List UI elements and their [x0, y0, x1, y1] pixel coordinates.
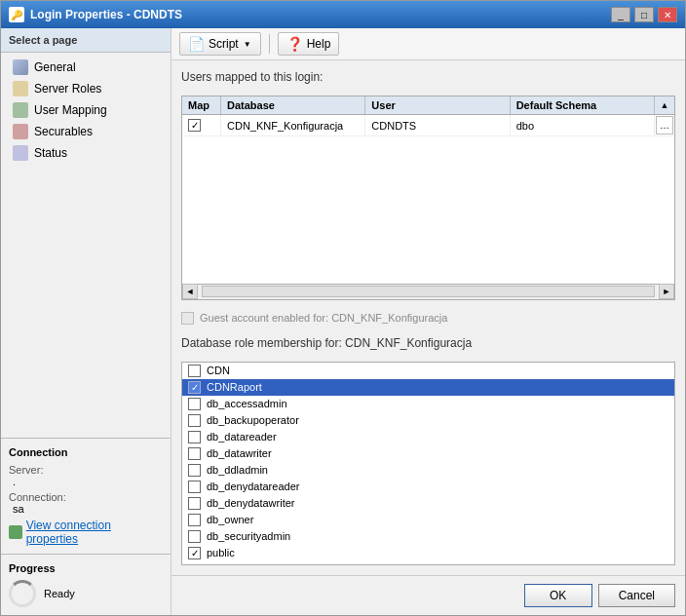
cell-schema: dbo	[511, 115, 655, 135]
help-label: Help	[307, 37, 331, 51]
cell-map[interactable]: ✓	[182, 115, 221, 135]
role-checkbox[interactable]	[188, 464, 201, 477]
col-map: Map	[182, 96, 221, 114]
connection-link-label: View connection properties	[26, 519, 163, 546]
role-checkbox[interactable]: ✓	[188, 381, 201, 394]
role-checkbox[interactable]	[188, 447, 201, 460]
role-name: public	[207, 547, 235, 558]
role-item[interactable]: db_datareader	[182, 429, 674, 445]
connection-title: Connection	[9, 446, 163, 458]
window-icon: 🔑	[9, 7, 24, 22]
role-checkbox[interactable]	[188, 514, 201, 526]
main-content: Users mapped to this login: Map Database…	[172, 60, 685, 575]
sidebar-item-user-mapping[interactable]: User Mapping	[1, 99, 171, 121]
sidebar-label-user-mapping: User Mapping	[34, 103, 107, 117]
role-checkbox[interactable]	[188, 530, 201, 543]
sidebar-item-securables[interactable]: Securables	[1, 121, 171, 142]
help-icon: ❓	[286, 36, 303, 52]
server-value: .	[9, 476, 163, 487]
guest-account-label: Guest account enabled for: CDN_KNF_Konfi…	[200, 312, 447, 324]
sidebar-item-server-roles[interactable]: Server Roles	[1, 78, 171, 99]
col-schema: Default Schema	[511, 96, 655, 114]
content-area: Select a page General Server Roles User …	[1, 28, 685, 615]
script-label: Script	[209, 37, 239, 51]
general-icon	[13, 59, 28, 75]
sidebar: Select a page General Server Roles User …	[1, 28, 172, 615]
col-scroll: ▲	[655, 96, 674, 114]
close-button[interactable]: ✕	[658, 7, 677, 22]
server-roles-icon	[13, 81, 28, 96]
sidebar-item-status[interactable]: Status	[1, 142, 171, 164]
cell-browse[interactable]: …	[656, 116, 673, 135]
connection-section: Connection Server: . Connection: sa View…	[1, 438, 171, 554]
role-item[interactable]: db_denydatawriter	[182, 495, 674, 512]
role-item[interactable]: db_securityadmin	[182, 528, 674, 545]
role-item[interactable]: db_backupoperator	[182, 412, 674, 429]
col-user: User	[365, 96, 510, 114]
role-item[interactable]: db_accessadmin	[182, 396, 674, 412]
scroll-right-arrow[interactable]: ►	[659, 284, 674, 299]
scroll-left-arrow[interactable]: ◄	[182, 284, 198, 299]
role-name: db_datareader	[207, 431, 277, 443]
maximize-button[interactable]: □	[634, 7, 654, 22]
role-name: CDNRaport	[207, 381, 262, 393]
horizontal-scrollbar[interactable]	[202, 286, 655, 297]
user-mapping-icon	[13, 102, 28, 118]
toolbar-separator	[269, 34, 270, 54]
table-row[interactable]: ✓ CDN_KNF_Konfiguracja CDNDTS dbo …	[182, 115, 674, 136]
script-button[interactable]: 📄 Script ▼	[179, 32, 261, 56]
bottom-bar: OK Cancel	[172, 575, 685, 615]
users-section-label: Users mapped to this login:	[181, 70, 675, 84]
sidebar-label-status: Status	[34, 146, 67, 160]
sidebar-header: Select a page	[1, 28, 171, 53]
script-icon: 📄	[188, 36, 205, 52]
sidebar-label-server-roles: Server Roles	[34, 82, 101, 96]
table-header: Map Database User Default Schema ▲	[182, 96, 674, 115]
main-panel: 📄 Script ▼ ❓ Help Users mapped to this l…	[172, 28, 685, 615]
role-checkbox[interactable]: ✓	[188, 547, 201, 559]
role-item[interactable]: ✓public	[182, 545, 674, 561]
role-checkbox[interactable]	[188, 431, 201, 443]
role-checkbox[interactable]	[188, 414, 201, 427]
progress-spinner	[9, 580, 36, 607]
view-connection-link[interactable]: View connection properties	[9, 519, 163, 546]
role-item[interactable]: db_denydatareader	[182, 479, 674, 495]
table-body: ✓ CDN_KNF_Konfiguracja CDNDTS dbo …	[182, 115, 674, 284]
role-checkbox[interactable]	[188, 481, 201, 493]
role-name: db_backupoperator	[207, 414, 299, 426]
minimize-button[interactable]: _	[611, 7, 630, 22]
role-item[interactable]: db_owner	[182, 512, 674, 528]
ok-button[interactable]: OK	[524, 584, 592, 607]
users-table: Map Database User Default Schema ▲ ✓	[181, 96, 675, 300]
role-checkbox[interactable]	[188, 497, 201, 510]
guest-account-row: Guest account enabled for: CDN_KNF_Konfi…	[181, 308, 675, 328]
role-item[interactable]: ✓CDNRaport	[182, 379, 674, 396]
role-name: db_denydatawriter	[207, 497, 295, 509]
status-icon	[13, 145, 28, 161]
sidebar-label-securables: Securables	[34, 125, 93, 138]
securables-icon	[13, 124, 28, 139]
sidebar-item-general[interactable]: General	[1, 57, 171, 78]
map-checkbox[interactable]: ✓	[188, 119, 201, 132]
role-name: db_accessadmin	[207, 398, 287, 409]
role-section-label: Database role membership for: CDN_KNF_Ko…	[181, 336, 675, 350]
role-name: db_securityadmin	[207, 530, 290, 542]
role-item[interactable]: db_datawriter	[182, 445, 674, 462]
role-name: db_owner	[207, 514, 253, 525]
scroll-up-icon: ▲	[661, 100, 669, 110]
role-name: CDN	[207, 365, 230, 376]
role-checkbox[interactable]	[188, 365, 201, 377]
role-name: db_denydatareader	[207, 481, 299, 492]
server-label: Server:	[9, 464, 163, 476]
sidebar-items: General Server Roles User Mapping Secura…	[1, 53, 171, 438]
role-checkbox[interactable]	[188, 398, 201, 410]
connection-label: Connection:	[9, 491, 163, 503]
connection-link-icon	[9, 525, 22, 539]
help-button[interactable]: ❓ Help	[278, 32, 340, 56]
guest-account-checkbox[interactable]	[181, 312, 194, 325]
title-bar: 🔑 Login Properties - CDNDTS _ □ ✕	[1, 1, 685, 28]
cell-user: CDNDTS	[365, 115, 510, 135]
role-item[interactable]: db_ddladmin	[182, 462, 674, 479]
cancel-button[interactable]: Cancel	[598, 584, 675, 607]
role-item[interactable]: CDN	[182, 363, 674, 379]
